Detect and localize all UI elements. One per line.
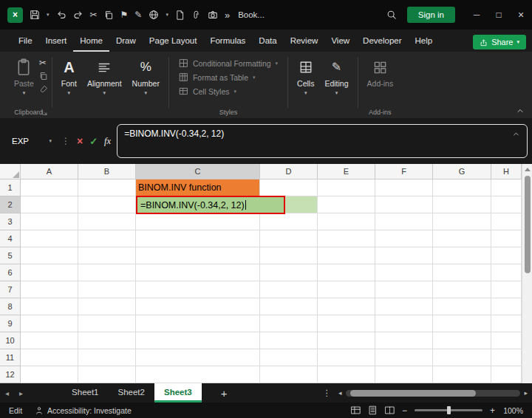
share-button[interactable]: Share ▾ <box>473 35 526 49</box>
cell-f3[interactable] <box>375 213 433 230</box>
font-button[interactable]: A Font ▾ <box>56 55 82 97</box>
cell-editor-overlay[interactable]: =BINOM.INV(-0.34,2, 12) <box>136 196 285 214</box>
more-commands-icon[interactable]: » <box>225 10 230 21</box>
cell-h5[interactable] <box>491 247 522 264</box>
cell-a4[interactable] <box>21 230 78 247</box>
zoom-in-icon[interactable]: + <box>490 405 495 416</box>
sheet-options-icon[interactable]: ⋮ <box>316 383 339 402</box>
sheet-tab-sheet2[interactable]: Sheet2 <box>109 383 154 402</box>
cell-d8[interactable] <box>260 298 318 315</box>
cell-d4[interactable] <box>260 230 318 247</box>
cell-e2[interactable] <box>318 196 375 213</box>
cell-b9[interactable] <box>78 315 136 332</box>
cancel-entry-icon[interactable]: × <box>77 135 83 147</box>
paperclip-icon[interactable] <box>191 10 201 20</box>
cell-a3[interactable] <box>21 213 78 230</box>
row-header-1[interactable]: 1 <box>0 179 21 196</box>
collapse-formula-bar-icon[interactable] <box>512 130 520 138</box>
addins-button[interactable]: Add-ins <box>362 55 399 90</box>
draw-pen-icon[interactable]: ✎ <box>134 10 142 19</box>
cut-small-icon[interactable]: ✂ <box>39 58 48 67</box>
row-header-9[interactable]: 9 <box>0 315 21 332</box>
cell-f11[interactable] <box>375 349 433 366</box>
cell-g12[interactable] <box>433 366 491 383</box>
cell-e12[interactable] <box>318 366 375 383</box>
insert-function-icon[interactable]: fx <box>104 136 111 147</box>
tab-page-layout[interactable]: Page Layout <box>143 31 204 52</box>
scroll-right-icon[interactable]: ▸ <box>524 389 528 397</box>
flag-icon[interactable]: ⚑ <box>120 10 129 19</box>
cell-e5[interactable] <box>318 247 375 264</box>
cell-c12[interactable] <box>136 366 260 383</box>
sign-in-button[interactable]: Sign in <box>407 7 455 23</box>
cell-c1[interactable]: BINOM.INV function <box>136 179 260 196</box>
cell-c8[interactable] <box>136 298 260 315</box>
cell-c11[interactable] <box>136 349 260 366</box>
paste-button[interactable]: Paste ▾ <box>9 55 39 97</box>
column-header-a[interactable]: A <box>21 164 78 179</box>
cell-h6[interactable] <box>491 264 522 281</box>
cell-g7[interactable] <box>433 281 491 298</box>
cell-f1[interactable] <box>375 179 433 196</box>
alignment-button[interactable]: Alignment ▾ <box>82 55 127 97</box>
cell-h9[interactable] <box>491 315 522 332</box>
cell-f6[interactable] <box>375 264 433 281</box>
cell-g3[interactable] <box>433 213 491 230</box>
column-header-b[interactable]: B <box>78 164 136 179</box>
zoom-level[interactable]: 100% <box>502 406 523 415</box>
cell-h1[interactable] <box>491 179 522 196</box>
enter-entry-icon[interactable]: ✓ <box>89 136 98 147</box>
row-header-7[interactable]: 7 <box>0 281 21 298</box>
row-header-2[interactable]: 2 <box>0 196 21 213</box>
cell-g11[interactable] <box>433 349 491 366</box>
close-button[interactable]: × <box>510 4 532 25</box>
cell-c3[interactable] <box>136 213 260 230</box>
tab-insert[interactable]: Insert <box>39 31 74 52</box>
select-all-button[interactable] <box>0 164 21 179</box>
excel-logo-icon[interactable]: × <box>7 7 23 23</box>
cell-h8[interactable] <box>491 298 522 315</box>
clipboard-dialog-launcher-icon[interactable] <box>41 109 48 116</box>
tab-developer[interactable]: Developer <box>356 31 408 52</box>
copy-icon[interactable] <box>104 10 114 20</box>
cell-h3[interactable] <box>491 213 522 230</box>
cell-c4[interactable] <box>136 230 260 247</box>
cell-f9[interactable] <box>375 315 433 332</box>
horizontal-scrollbar[interactable]: ◂ ▸ <box>338 383 528 402</box>
camera-icon[interactable] <box>208 10 218 20</box>
cell-a2[interactable] <box>21 196 78 213</box>
cells-button[interactable]: Cells ▾ <box>292 55 319 97</box>
format-painter-icon[interactable] <box>39 85 48 94</box>
cell-styles-button[interactable]: Cell Styles ▾ <box>179 86 278 96</box>
horizontal-scroll-thumb[interactable] <box>350 390 477 397</box>
cell-e6[interactable] <box>318 264 375 281</box>
column-header-f[interactable]: F <box>375 164 433 179</box>
cell-a10[interactable] <box>21 332 78 349</box>
cell-e10[interactable] <box>318 332 375 349</box>
cell-a9[interactable] <box>21 315 78 332</box>
row-header-12[interactable]: 12 <box>0 366 21 383</box>
cell-a12[interactable] <box>21 366 78 383</box>
cell-b12[interactable] <box>78 366 136 383</box>
cell-a6[interactable] <box>21 264 78 281</box>
cell-d5[interactable] <box>260 247 318 264</box>
cell-b7[interactable] <box>78 281 136 298</box>
tabs-scroll-right-icon[interactable]: ▸ <box>14 383 28 402</box>
cell-g9[interactable] <box>433 315 491 332</box>
cell-h4[interactable] <box>491 230 522 247</box>
number-button[interactable]: % Number ▾ <box>127 55 165 97</box>
zoom-out-icon[interactable]: − <box>402 405 407 416</box>
cell-d1[interactable] <box>260 179 318 196</box>
formula-bar-resize-handle[interactable]: ⋮ <box>61 136 70 146</box>
vertical-scrollbar[interactable] <box>522 164 532 383</box>
search-icon[interactable] <box>376 10 407 20</box>
cell-h12[interactable] <box>491 366 522 383</box>
save-icon[interactable] <box>30 10 40 20</box>
conditional-formatting-button[interactable]: Conditional Formatting ▾ <box>179 58 278 68</box>
scroll-up-icon[interactable] <box>525 168 531 171</box>
globe-caret-icon[interactable]: ▾ <box>166 12 168 18</box>
tab-help[interactable]: Help <box>409 31 440 52</box>
format-as-table-button[interactable]: Format as Table ▾ <box>179 72 278 82</box>
cell-c7[interactable] <box>136 281 260 298</box>
globe-icon[interactable] <box>149 10 159 20</box>
